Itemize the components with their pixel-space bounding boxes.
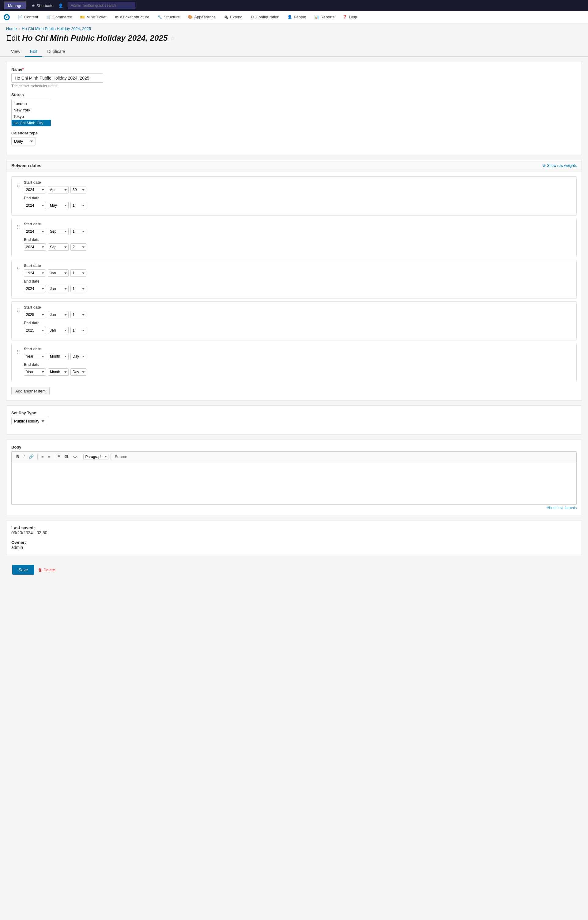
admin-search-input[interactable] <box>68 2 135 9</box>
start-day-select-2[interactable]: 1 <box>70 228 86 235</box>
name-label: Name* <box>11 67 577 72</box>
end-day-select-3[interactable]: 1 <box>70 285 86 292</box>
start-day-select-3[interactable]: 1 <box>70 269 86 277</box>
stores-select[interactable]: Paris London New York Tokyo Ho Chi Minh … <box>11 99 51 126</box>
tab-duplicate[interactable]: Duplicate <box>42 47 70 57</box>
date-range-item: ⠿ Start date 2024 Apr 30 <box>11 177 577 215</box>
start-month-select-3[interactable]: Jan <box>48 269 69 277</box>
calendar-type-select[interactable]: Daily Weekly Monthly <box>11 137 36 146</box>
end-year-select-5[interactable]: Year <box>24 368 46 376</box>
reports-icon: 📊 <box>314 15 319 19</box>
end-month-select-5[interactable]: Month <box>48 368 69 376</box>
owner-section: Owner: admin <box>11 540 577 550</box>
end-date-label-1: End date <box>24 196 572 200</box>
between-dates-header[interactable]: Between dates ⊕ Show row weights <box>6 160 582 172</box>
save-button[interactable]: Save <box>12 565 34 575</box>
blockquote-button[interactable]: ❝ <box>56 454 62 460</box>
start-day-select-4[interactable]: 1 <box>70 311 86 318</box>
last-saved-section: Last saved: 03/20/2024 - 03:50 <box>11 525 577 535</box>
code-button[interactable]: <> <box>71 454 79 460</box>
drag-handle-1[interactable]: ⠿ <box>16 180 20 189</box>
end-year-select-1[interactable]: 2024 <box>24 202 46 209</box>
nav-item-reports[interactable]: 📊 Reports <box>311 13 339 21</box>
nav-item-commerce[interactable]: 🛒 Commerce <box>42 13 76 21</box>
site-logo[interactable] <box>2 13 11 21</box>
owner-label: Owner: <box>11 540 26 545</box>
nav-item-eticket-structure[interactable]: 🎟 eTicket structure <box>111 13 153 21</box>
drag-handle-5[interactable]: ⠿ <box>16 347 20 355</box>
end-year-select-4[interactable]: 2025 <box>24 327 46 334</box>
add-another-item-button[interactable]: Add another item <box>11 387 50 395</box>
start-month-select-4[interactable]: Jan <box>48 311 69 318</box>
drag-handle-4[interactable]: ⠿ <box>16 305 20 314</box>
end-month-select-4[interactable]: Jan <box>48 327 69 334</box>
nav-item-configuration[interactable]: ⚙ Configuration <box>247 13 283 21</box>
end-month-select-2[interactable]: Sep <box>48 243 69 251</box>
nav-item-structure[interactable]: 🔧 Structure <box>154 13 183 21</box>
start-year-select-4[interactable]: 2025 <box>24 311 46 318</box>
link-button[interactable]: 🔗 <box>27 454 35 460</box>
drag-handle-2[interactable]: ⠿ <box>16 222 20 230</box>
start-date-dropdowns-5: Year Month Day <box>24 353 572 360</box>
store-option-hcmc[interactable]: Ho Chi Minh City <box>11 120 51 126</box>
user-icon[interactable]: 👤 <box>58 3 63 8</box>
start-year-select-3[interactable]: 1924 <box>24 269 46 277</box>
end-year-select-3[interactable]: 2024 <box>24 285 46 292</box>
manage-button[interactable]: Manage <box>4 2 27 10</box>
end-month-select-3[interactable]: Jan <box>48 285 69 292</box>
end-month-select-1[interactable]: May <box>48 202 69 209</box>
shortcuts-link[interactable]: ★ Shortcuts <box>32 3 53 8</box>
main-content: Name* The eticket_scheduler name. Stores… <box>0 57 588 585</box>
start-month-select-2[interactable]: Sep <box>48 228 69 235</box>
start-year-select-2[interactable]: 2024 <box>24 228 46 235</box>
mine-ticket-icon: 🎫 <box>80 15 85 19</box>
store-option-newyork[interactable]: New York <box>11 107 51 113</box>
store-option-london[interactable]: London <box>11 100 51 107</box>
italic-button[interactable]: I <box>22 454 26 460</box>
about-text-formats-link[interactable]: About text formats <box>11 506 577 510</box>
breadcrumb-node[interactable]: Ho Chi Minh Public Holiday 2024, 2025 <box>22 26 91 31</box>
number-list-button[interactable]: ≡ <box>47 454 52 460</box>
bold-button[interactable]: B <box>15 454 21 460</box>
breadcrumb: Home › Ho Chi Minh Public Holiday 2024, … <box>0 23 588 32</box>
configuration-icon: ⚙ <box>251 15 254 19</box>
favorite-icon[interactable]: ☆ <box>170 35 175 42</box>
delete-button[interactable]: 🗑 Delete <box>38 568 55 572</box>
end-date-label-3: End date <box>24 279 572 283</box>
name-input[interactable] <box>11 73 103 83</box>
nav-item-appearance[interactable]: 🎨 Appearance <box>184 13 219 21</box>
start-year-select-1[interactable]: 2024 <box>24 186 46 193</box>
set-day-type-card: Set Day Type Public Holiday Working Day … <box>6 405 582 435</box>
set-day-type-select[interactable]: Public Holiday Working Day Holiday <box>11 417 47 425</box>
admin-bar: Manage ★ Shortcuts 👤 <box>0 0 588 11</box>
start-day-select-5[interactable]: Day <box>70 353 86 360</box>
start-month-select-1[interactable]: Apr <box>48 186 69 193</box>
drag-handle-3[interactable]: ⠿ <box>16 264 20 272</box>
end-day-select-2[interactable]: 2 <box>70 243 86 251</box>
start-month-select-5[interactable]: Month <box>48 353 69 360</box>
nav-item-help[interactable]: ❓ Help <box>339 13 361 21</box>
tab-edit[interactable]: Edit <box>25 47 42 57</box>
paragraph-select[interactable]: Paragraph Heading 1 Heading 2 Heading 3 <box>83 454 109 460</box>
nav-item-extend[interactable]: 🔌 Extend <box>220 13 246 21</box>
start-year-select-5[interactable]: Year <box>24 353 46 360</box>
end-day-select-4[interactable]: 1 <box>70 327 86 334</box>
nav-item-content[interactable]: 📄 Content <box>14 13 42 21</box>
show-row-weights-link[interactable]: ⊕ Show row weights <box>543 164 577 168</box>
between-dates-title: Between dates <box>11 163 41 168</box>
bullet-list-button[interactable]: ≡ <box>40 454 45 460</box>
source-button[interactable]: Source <box>113 454 129 460</box>
nav-item-mine-ticket[interactable]: 🎫 Mine Ticket <box>76 13 110 21</box>
nav-item-people[interactable]: 👤 People <box>283 13 309 21</box>
rich-text-toolbar: B I 🔗 ≡ ≡ ❝ 🖼 <> Paragra <box>11 451 577 462</box>
body-editor[interactable] <box>11 462 577 505</box>
end-day-select-5[interactable]: Day <box>70 368 86 376</box>
start-day-select-1[interactable]: 30 <box>70 186 86 193</box>
breadcrumb-home[interactable]: Home <box>6 26 17 31</box>
tab-view[interactable]: View <box>6 47 25 57</box>
image-button[interactable]: 🖼 <box>63 454 70 460</box>
end-year-select-2[interactable]: 2024 <box>24 243 46 251</box>
owner-value: admin <box>11 545 23 550</box>
store-option-tokyo[interactable]: Tokyo <box>11 113 51 120</box>
end-day-select-1[interactable]: 1 <box>70 202 86 209</box>
